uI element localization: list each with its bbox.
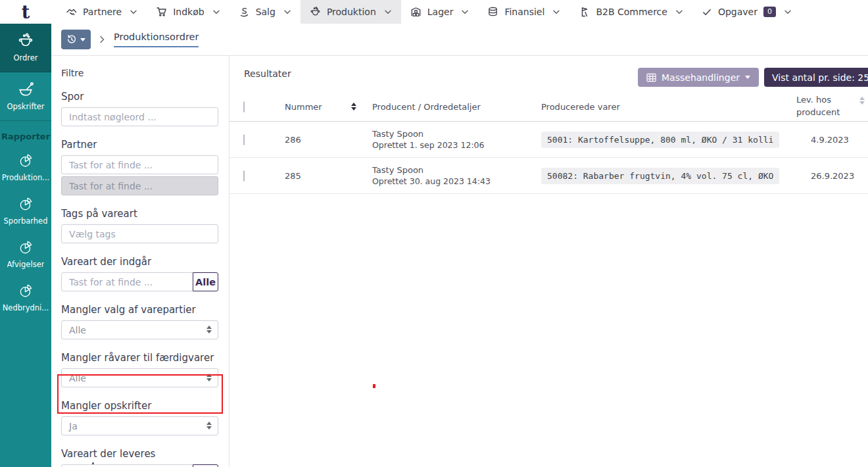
select-updown-icon xyxy=(206,374,212,381)
raavarer-select[interactable]: Alle xyxy=(61,368,218,387)
sidebar-item-ordrer[interactable]: Ordrer xyxy=(0,24,51,72)
chevron-down-icon xyxy=(384,8,392,16)
history-icon xyxy=(66,34,77,45)
caret-down-icon xyxy=(80,38,85,41)
check-icon xyxy=(702,7,712,17)
breadcrumb-current-page[interactable]: Produktionsordrer xyxy=(114,32,199,47)
chevron-down-icon xyxy=(675,8,683,16)
tags-input[interactable] xyxy=(61,224,218,243)
menu-item-produktion[interactable]: Produktion xyxy=(301,0,401,24)
filter-panel: Filtre Spor Partner Tags på vareart Vare… xyxy=(61,56,218,467)
main-menu: Partnere Indkøb Salg Produktion Lage xyxy=(57,0,801,24)
select-updown-icon xyxy=(206,422,212,430)
filter-group-raavarer: Mangler råvarer til færdigvarer Alle xyxy=(61,352,218,387)
results-title: Resultater xyxy=(244,68,291,79)
app-logo[interactable]: t xyxy=(0,0,51,24)
varepartier-select[interactable]: Alle xyxy=(61,320,218,339)
produced-goods-pill: 50082: Rabarber frugtvin, 4% vol. 75 cl,… xyxy=(541,168,779,184)
menu-item-label: Opgaver xyxy=(718,7,758,17)
pie-chart-icon xyxy=(18,153,34,168)
pie-chart-icon xyxy=(18,283,34,299)
menu-item-b2b-commerce[interactable]: B2B Commerce xyxy=(569,0,692,24)
spor-input[interactable] xyxy=(61,107,218,126)
vareart-indgaar-label: Vareart der indgår xyxy=(61,256,218,268)
table-row[interactable]: 285 Tasty Spoon Oprettet 30. aug 2023 14… xyxy=(229,158,868,194)
menu-item-label: Indkøb xyxy=(173,7,204,17)
app-root: t Partnere Indkøb Salg Produktion xyxy=(0,0,868,467)
mortar-pestle-icon xyxy=(17,82,34,97)
filter-group-partner: Partner xyxy=(61,139,218,195)
results-panel: Resultater Massehandlinger Vist antal pr… xyxy=(229,56,868,467)
column-header-producerede-varer: Producerede varer xyxy=(533,102,790,112)
left-sidebar: Ordrer Opskrifter Rapporter Produktion..… xyxy=(0,24,51,467)
menu-item-lager[interactable]: Lager xyxy=(401,0,479,24)
sidebar-item-opskrifter[interactable]: Opskrifter xyxy=(0,72,51,121)
created-timestamp: Oprettet 30. aug 2023 14:43 xyxy=(372,176,533,186)
filter-group-vareart-indgaar: Vareart der indgår Alle xyxy=(61,256,218,291)
table-row[interactable]: 286 Tasty Spoon Oprettet 1. sep 2023 12:… xyxy=(229,122,868,158)
warehouse-icon xyxy=(410,7,422,17)
sidebar-item-nedbrydning[interactable]: Nedbrydni... xyxy=(0,276,51,319)
menu-item-opgaver[interactable]: Opgaver 0 xyxy=(692,0,801,24)
menu-item-label: Partnere xyxy=(83,7,122,17)
producer-name: Tasty Spoon xyxy=(372,165,533,175)
mangler-opskrifter-select[interactable]: Ja xyxy=(61,416,218,435)
chevron-down-icon xyxy=(130,8,137,16)
pie-chart-icon xyxy=(18,239,34,255)
partner-label: Partner xyxy=(61,139,218,151)
menu-item-label: Salg xyxy=(256,7,276,17)
select-all-checkbox[interactable] xyxy=(243,101,245,112)
column-header-lev-hos-producent[interactable]: Lev. hos producent xyxy=(790,94,868,119)
tags-label: Tags på vareart xyxy=(61,208,218,220)
row-checkbox[interactable] xyxy=(243,170,245,182)
order-number: 285 xyxy=(285,171,301,181)
sidebar-item-label: Sporbarhed xyxy=(4,216,48,226)
vareart-indgaar-input[interactable] xyxy=(61,272,193,291)
chevron-down-icon xyxy=(784,8,792,16)
menu-item-finansiel[interactable]: Finansiel xyxy=(478,0,569,24)
column-header-producent: Producent / Ordredetaljer xyxy=(364,102,533,112)
menu-item-indkob[interactable]: Indkøb xyxy=(147,0,229,24)
varepartier-select-value: Alle xyxy=(69,325,86,335)
history-dropdown-button[interactable] xyxy=(61,30,91,49)
chevron-down-icon xyxy=(552,8,560,16)
mangler-opskrifter-label: Mangler opskrifter xyxy=(61,400,218,412)
created-timestamp: Oprettet 1. sep 2023 12:06 xyxy=(372,140,533,150)
row-checkbox[interactable] xyxy=(243,134,245,145)
caret-down-icon xyxy=(745,76,750,79)
sidebar-item-afvigelser[interactable]: Afvigelser xyxy=(0,232,51,276)
sidebar-section-rapporter: Rapporter xyxy=(0,121,51,145)
column-header-nummer[interactable]: Nummer xyxy=(277,102,364,112)
grid-icon xyxy=(646,73,656,82)
top-nav-bar: t Partnere Indkøb Salg Produktion xyxy=(0,0,868,24)
vareart-leveres-alle-button[interactable]: Alle xyxy=(193,464,218,467)
sidebar-item-produktionsrapport[interactable]: Produktion... xyxy=(0,145,51,189)
delivery-date: 4.9.2023 xyxy=(790,135,868,145)
filter-group-spor: Spor xyxy=(61,91,218,126)
sidebar-item-label: Afvigelser xyxy=(7,260,45,269)
filter-group-mangler-opskrifter: Mangler opskrifter Ja xyxy=(61,400,218,435)
delivery-date: 26.9.2023 xyxy=(790,171,868,181)
tasks-count-badge: 0 xyxy=(763,7,776,17)
click-marker xyxy=(373,384,375,388)
page-size-button[interactable]: Vist antal pr. side: 25 (2 i xyxy=(764,68,868,87)
pie-chart-icon xyxy=(18,196,34,212)
menu-item-label: Produktion xyxy=(327,7,376,17)
sort-icon xyxy=(351,103,356,111)
sidebar-item-sporbarhed[interactable]: Sporbarhed xyxy=(0,189,51,232)
bulk-actions-button[interactable]: Massehandlinger xyxy=(638,68,759,87)
menu-item-partnere[interactable]: Partnere xyxy=(57,0,147,24)
handshake-icon xyxy=(66,7,77,17)
chevron-down-icon xyxy=(461,8,469,16)
sort-icon xyxy=(859,97,865,105)
results-table: Nummer Producent / Ordredetaljer Produce… xyxy=(229,92,868,194)
produced-goods-pill: 5001: Kartoffelsuppe, 800 ml, ØKO / 31 k… xyxy=(541,132,779,148)
vareart-leveres-input[interactable] xyxy=(61,464,193,467)
menu-item-salg[interactable]: Salg xyxy=(229,0,301,24)
partner-input[interactable] xyxy=(61,155,218,174)
cart-icon xyxy=(156,7,167,17)
bulk-actions-label: Massehandlinger xyxy=(662,72,740,83)
vareart-indgaar-alle-button[interactable]: Alle xyxy=(193,272,218,291)
menu-item-label: Finansiel xyxy=(504,7,544,17)
b2b-flag-icon xyxy=(579,7,590,17)
